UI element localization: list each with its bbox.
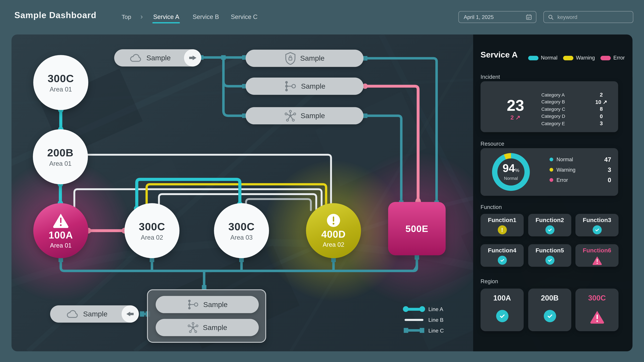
hub-icon	[187, 322, 199, 333]
warning-swatch	[563, 56, 574, 60]
incident-row: Category C8	[541, 105, 612, 113]
legend-line-b: Line B	[404, 314, 444, 325]
line-c-swatch	[404, 329, 424, 332]
row-value: 0	[591, 113, 612, 119]
region-label: 200B	[541, 294, 558, 302]
row-label: Normal	[556, 157, 601, 162]
warning-circle-icon: !	[498, 225, 507, 234]
pill-shield[interactable]: Sample	[246, 50, 364, 67]
node-400d-area02[interactable]: 400D Area 02	[306, 203, 361, 258]
section-function: Function	[480, 204, 502, 210]
resource-card: 94% Normal Normal47 Warning3 Error0	[480, 148, 618, 196]
row-label: Category E	[541, 121, 591, 126]
row-value: 3	[591, 120, 612, 126]
node-300c-area02[interactable]: 300C Area 02	[124, 203, 180, 258]
function-card-4[interactable]: Function4	[480, 244, 524, 267]
date-input[interactable]	[463, 13, 526, 21]
search-input[interactable]	[556, 13, 629, 21]
region-label: 300C	[588, 294, 606, 302]
check-circle-icon	[545, 256, 554, 265]
check-circle-icon	[544, 310, 556, 322]
cloud-icon	[129, 53, 142, 63]
node-300c-area01[interactable]: 300C Area 01	[33, 55, 88, 110]
node-code: 300C	[139, 220, 165, 233]
row-value: 0	[608, 176, 611, 184]
tab-service-c[interactable]: Service C	[231, 13, 258, 22]
row-value: 3	[608, 166, 611, 173]
row-value: 2	[591, 92, 612, 98]
incident-total: 23	[493, 97, 538, 114]
row-value: 8	[591, 106, 612, 112]
function-label: Function4	[488, 247, 516, 254]
section-incident: Incident	[480, 74, 500, 80]
row-label: Category C	[541, 107, 591, 111]
row-label: Error	[556, 177, 604, 183]
check-circle-icon	[496, 310, 508, 322]
git-network-icon	[284, 80, 297, 92]
function-label: Function3	[583, 217, 611, 223]
arrow-left-icon	[122, 305, 139, 323]
node-code: 300C	[48, 72, 74, 85]
line-c-hub-500e	[364, 116, 401, 203]
pill-group-network[interactable]: Sample	[156, 296, 259, 313]
pill-label: Sample	[146, 54, 171, 62]
donut-label: Normal	[504, 176, 518, 180]
function-card-3[interactable]: Function3	[576, 214, 618, 237]
donut-unit: %	[515, 167, 519, 173]
legend-line-a: Line A	[404, 304, 444, 314]
tab-service-b[interactable]: Service B	[193, 13, 219, 22]
row-label: Warning	[556, 167, 604, 173]
node-500e[interactable]: 500E	[388, 202, 446, 255]
node-area: Area 02	[323, 241, 344, 248]
function-card-2[interactable]: Function2	[528, 214, 571, 237]
date-picker[interactable]	[458, 11, 536, 23]
row-label: Category B	[541, 99, 591, 104]
node-300c-area03[interactable]: 300C Area 03	[214, 203, 269, 258]
pill-cloud-out[interactable]: Sample	[114, 49, 201, 66]
legend-label: Line B	[428, 317, 444, 323]
node-area: Area 01	[50, 86, 72, 93]
hub-icon	[284, 110, 296, 122]
service-panel: Service A Normal Warning Error Incident …	[473, 34, 632, 352]
check-circle-icon	[498, 256, 507, 265]
search-box[interactable]	[544, 11, 633, 23]
line-b-swatch	[404, 319, 424, 321]
node-code: 200B	[47, 146, 74, 159]
incident-trend: 2 ↗	[493, 114, 538, 121]
line-error-network-500e	[365, 86, 418, 199]
node-area: Area 01	[49, 160, 72, 167]
function-card-5[interactable]: Function5	[528, 244, 571, 267]
pill-cloud-in[interactable]: Sample	[50, 305, 139, 323]
pill-hub[interactable]: Sample	[246, 107, 364, 124]
legend-label: Warning	[576, 55, 595, 61]
check-circle-icon	[592, 225, 602, 234]
region-card-300c[interactable]: 300C	[576, 289, 618, 331]
warning-triangle-icon	[52, 213, 70, 228]
row-value: 10 ↗	[591, 99, 612, 105]
error-triangle-icon	[589, 310, 605, 324]
pill-group-hub[interactable]: Sample	[156, 319, 259, 336]
region-label: 100A	[493, 294, 511, 302]
incident-rows: Category A2 Category B10 ↗ Category C8 C…	[541, 91, 612, 127]
function-card-6[interactable]: Function6	[576, 244, 618, 267]
node-200b-area01[interactable]: 200B Area 01	[33, 129, 88, 184]
legend-label: Line A	[428, 306, 443, 312]
node-100a-area01[interactable]: 100A Area 01	[33, 203, 88, 258]
line-c-connectors	[58, 55, 439, 317]
region-card-100a[interactable]: 100A	[480, 289, 524, 331]
function-label: Function6	[583, 247, 611, 254]
row-value: 47	[604, 156, 611, 163]
incident-row: Category E3	[541, 120, 612, 127]
pill-group[interactable]: Sample Sample	[147, 290, 266, 343]
legend-label: Line C	[428, 327, 444, 334]
node-code: 500E	[405, 223, 428, 234]
error-swatch	[600, 56, 611, 60]
breadcrumb[interactable]: Top	[122, 13, 131, 20]
pill-network[interactable]: Sample	[246, 78, 364, 95]
calendar-icon[interactable]	[526, 13, 532, 21]
resource-rows: Normal47 Warning3 Error0	[550, 154, 611, 185]
line-a-swatch	[404, 308, 424, 311]
region-card-200b[interactable]: 200B	[528, 289, 571, 331]
function-card-1[interactable]: Function1 !	[480, 214, 524, 237]
tab-service-a[interactable]: Service A	[153, 13, 179, 22]
